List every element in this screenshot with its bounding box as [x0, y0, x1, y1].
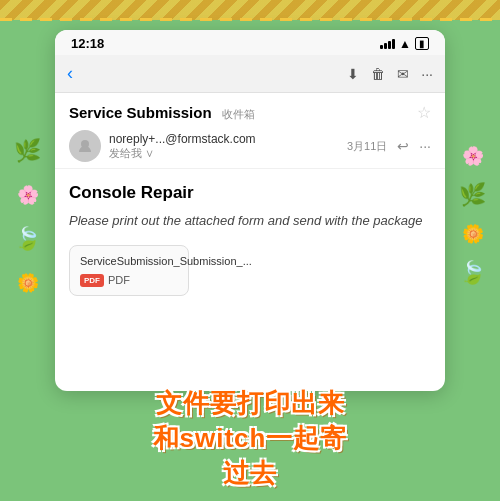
more-button[interactable]: ···: [421, 66, 433, 82]
reply-button[interactable]: ↩: [397, 138, 409, 154]
compose-button[interactable]: ✉: [397, 66, 409, 82]
sender-to: 发给我 ∨: [109, 146, 339, 161]
sender-email: noreply+...@formstack.com: [109, 132, 339, 146]
annotation-text: 文件要打印出来 和switch一起寄 过去: [50, 386, 450, 491]
zigzag-pattern: [0, 0, 500, 20]
status-icons: ▲ ▮: [380, 37, 429, 51]
leaf-icon-3: 🌿: [459, 182, 486, 208]
battery-icon: ▮: [415, 37, 429, 50]
chinese-annotation: 文件要打印出来 和switch一起寄 过去: [50, 386, 450, 491]
toolbar-right: ⬇ 🗑 ✉ ···: [347, 66, 433, 82]
email-subject-group: Service Submission 收件箱: [69, 104, 255, 122]
email-body: Console Repair Please print out the atta…: [55, 169, 445, 391]
email-subject: Service Submission: [69, 104, 212, 121]
pdf-label: PDF: [108, 274, 130, 286]
email-header: Service Submission 收件箱 ☆ noreply+...@for…: [55, 93, 445, 169]
toolbar-left: ‹: [67, 63, 73, 84]
email-toolbar: ‹ ⬇ 🗑 ✉ ···: [55, 55, 445, 93]
inbox-badge: 收件箱: [222, 108, 255, 120]
sender-info: noreply+...@formstack.com 发给我 ∨: [109, 132, 339, 161]
download-button[interactable]: ⬇: [347, 66, 359, 82]
leaf-icon-1: 🌿: [14, 138, 41, 164]
annotation-line1: 文件要打印出来: [50, 386, 450, 421]
pdf-type-badge: PDF: [80, 274, 104, 287]
sender-more-button[interactable]: ···: [419, 138, 431, 154]
flower-icon-1: 🌸: [17, 184, 39, 206]
email-client-frame: 12:18 ▲ ▮ ‹ ⬇ 🗑 ✉ ··· Service Submiss: [55, 30, 445, 391]
right-decoration: 🌸 🌿 🌼 🍃: [445, 50, 500, 381]
email-title: Console Repair: [69, 183, 431, 203]
leaf-icon-2: 🍃: [14, 226, 41, 252]
email-subject-row: Service Submission 收件箱 ☆: [69, 103, 431, 122]
email-body-text: Please print out the attached form and s…: [69, 211, 431, 231]
attachment-name: ServiceSubmission_Submission_...: [80, 254, 178, 268]
sender-row: noreply+...@formstack.com 发给我 ∨ 3月11日 ↩ …: [69, 130, 431, 162]
pdf-badge-row: PDF PDF: [80, 274, 178, 287]
flower-icon-3: 🌸: [462, 145, 484, 167]
sender-avatar: [69, 130, 101, 162]
status-time: 12:18: [71, 36, 104, 51]
back-button[interactable]: ‹: [67, 63, 73, 84]
status-bar: 12:18 ▲ ▮: [55, 30, 445, 55]
left-decoration: 🌿 🌸 🍃 🌼: [0, 50, 55, 381]
sender-actions: 3月11日 ↩ ···: [347, 138, 431, 154]
flower-icon-4: 🌼: [462, 223, 484, 245]
email-attachment[interactable]: ServiceSubmission_Submission_... PDF PDF: [69, 245, 189, 296]
dash-pattern: [0, 18, 500, 21]
flower-icon-2: 🌼: [17, 272, 39, 294]
leaf-icon-4: 🍃: [459, 260, 486, 286]
star-button[interactable]: ☆: [417, 103, 431, 122]
email-date: 3月11日: [347, 139, 387, 154]
annotation-line3: 过去: [50, 456, 450, 491]
annotation-line2: 和switch一起寄: [50, 421, 450, 456]
wifi-icon: ▲: [399, 37, 411, 51]
trash-button[interactable]: 🗑: [371, 66, 385, 82]
signal-icon: [380, 39, 395, 49]
